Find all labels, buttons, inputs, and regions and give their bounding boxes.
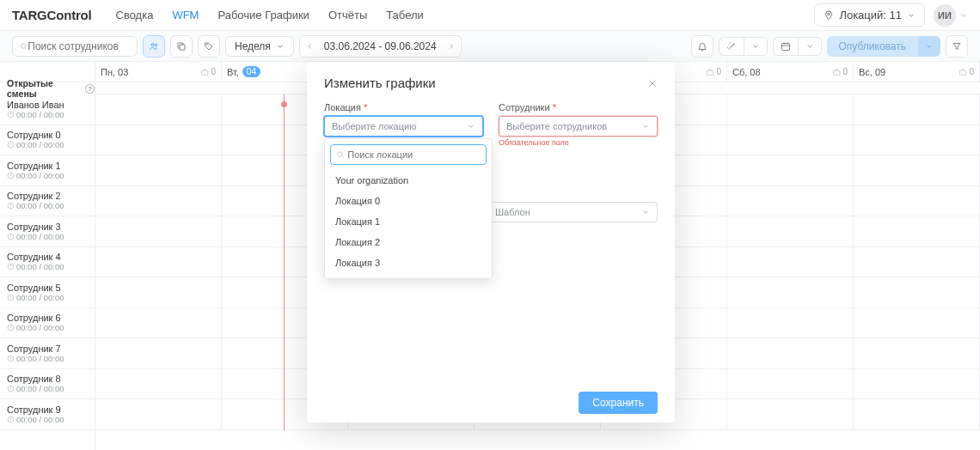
day-header-cell[interactable]: Пн, 030 [95,62,222,82]
schedule-cell[interactable] [727,308,854,338]
schedule-cell[interactable] [727,94,854,125]
employee-time: 00:00 / 00:00 [7,232,95,241]
schedule-cell[interactable] [95,308,222,338]
employee-row[interactable]: Сотрудник 000:00 / 00:00 [0,125,95,156]
employee-search[interactable] [12,36,138,57]
location-option[interactable]: Локация 2 [330,232,487,252]
nav-timesheets[interactable]: Табели [377,3,432,27]
schedule-cell[interactable] [854,247,980,277]
employee-search-input[interactable] [28,40,130,52]
schedule-cell[interactable] [854,94,980,125]
location-option[interactable]: Локация 1 [330,211,487,232]
employees-select[interactable]: Выберите сотрудников [499,116,658,137]
schedule-cell[interactable] [727,369,854,399]
employee-time: 00:00 / 00:00 [7,140,95,149]
bell-icon [697,41,707,52]
employees-error: Обязательное поле [499,138,658,147]
schedule-cell[interactable] [854,369,980,399]
employee-row[interactable]: Сотрудник 800:00 / 00:00 [0,369,95,400]
prev-week-button[interactable] [300,36,319,57]
location-select[interactable]: Выберите локацию [324,116,483,137]
schedule-cell[interactable] [95,216,222,246]
svg-point-6 [206,44,207,45]
svg-rect-5 [180,45,185,50]
schedule-cell[interactable] [95,338,222,368]
schedule-cell[interactable] [727,338,854,368]
calendar-button[interactable] [773,37,798,56]
schedule-cell[interactable] [95,277,222,307]
schedule-cell[interactable] [727,155,854,185]
copy-icon [176,41,187,52]
locations-selector[interactable]: Локаций: 11 [814,3,925,27]
schedule-cell[interactable] [854,125,980,155]
help-icon[interactable]: ? [85,84,95,94]
schedule-cell[interactable] [727,277,854,307]
view-copy-button[interactable] [170,35,193,58]
schedule-cell[interactable] [95,399,222,429]
locations-label: Локаций: 11 [839,9,902,21]
filter-button[interactable] [946,35,968,58]
publish-caret[interactable] [918,36,940,57]
employee-row[interactable]: Сотрудник 200:00 / 00:00 [0,186,95,217]
day-shift-count: 0 [200,67,216,76]
user-menu[interactable]: ИИ [934,4,968,27]
location-option[interactable]: Локация 3 [330,252,487,273]
employee-name: Сотрудник 5 [7,283,95,293]
date-range-label[interactable]: 03.06.2024 - 09.06.2024 [319,40,442,52]
schedule-cell[interactable] [854,308,980,338]
schedule-cell[interactable] [854,399,980,429]
schedule-cell[interactable] [727,399,854,429]
schedule-cell[interactable] [854,155,980,185]
employee-row[interactable]: Сотрудник 900:00 / 00:00 [0,399,95,430]
schedule-cell[interactable] [95,369,222,399]
schedule-cell[interactable] [727,186,854,216]
schedule-cell[interactable] [854,216,980,246]
magic-button[interactable] [719,37,744,56]
schedule-cell[interactable] [95,247,222,277]
template-select[interactable]: Шаблон [487,202,658,222]
save-button[interactable]: Сохранить [579,392,658,414]
open-shifts-row[interactable]: Открытые смены ? [0,82,95,94]
publish-button[interactable]: Опубликовать [827,36,918,57]
view-people-button[interactable] [143,35,165,58]
location-search[interactable] [330,144,487,165]
schedule-cell[interactable] [727,125,854,155]
employee-row[interactable]: Сотрудник 400:00 / 00:00 [0,247,95,278]
nav-wfm[interactable]: WFM [163,3,207,27]
schedule-cell[interactable] [854,338,980,368]
employee-row[interactable]: Сотрудник 100:00 / 00:00 [0,155,95,186]
employee-row[interactable]: Сотрудник 600:00 / 00:00 [0,308,95,339]
nav-schedules[interactable]: Рабочие Графики [209,3,317,27]
period-label: Неделя [235,40,271,52]
notifications-button[interactable] [691,35,714,58]
schedule-cell[interactable] [95,186,222,216]
employee-row[interactable]: Иванов Иван00:00 / 00:00 [0,94,95,125]
clock-icon [7,111,15,119]
employees-placeholder: Выберите сотрудников [506,121,607,131]
close-button[interactable] [647,78,658,88]
location-search-input[interactable] [347,149,481,160]
nav-reports[interactable]: Отчёты [320,3,376,27]
location-option[interactable]: Локация 0 [330,191,487,211]
employee-row[interactable]: Сотрудник 700:00 / 00:00 [0,338,95,369]
filter-icon [952,41,962,52]
view-tag-button[interactable] [198,35,220,58]
schedule-cell[interactable] [95,125,222,155]
employee-row[interactable]: Сотрудник 500:00 / 00:00 [0,277,95,308]
schedule-cell[interactable] [727,216,854,246]
period-selector[interactable]: Неделя [225,36,294,57]
nav-summary[interactable]: Сводка [107,3,162,27]
day-header-cell[interactable]: Сб, 080 [727,62,854,82]
svg-point-1 [21,43,26,47]
day-header-cell[interactable]: Вс, 090 [854,62,980,82]
schedule-cell[interactable] [854,186,980,216]
schedule-cell[interactable] [95,155,222,185]
schedule-cell[interactable] [95,94,222,125]
location-option[interactable]: Your organization [330,170,487,191]
employee-row[interactable]: Сотрудник 300:00 / 00:00 [0,216,95,247]
schedule-cell[interactable] [854,277,980,307]
calendar-caret[interactable] [798,37,822,56]
next-week-button[interactable] [442,36,461,57]
magic-caret[interactable] [744,37,768,56]
schedule-cell[interactable] [727,247,854,277]
